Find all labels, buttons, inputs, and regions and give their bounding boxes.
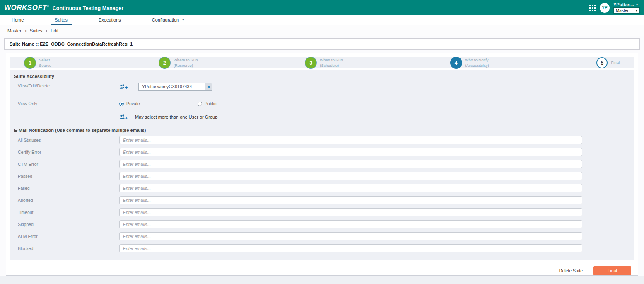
wizard-step[interactable]: 5 Final: [596, 57, 620, 68]
step-label: Who to Notify (Accessibility): [465, 58, 489, 68]
email-field-row: Failed: [14, 184, 630, 192]
email-field-label: Failed: [14, 186, 119, 191]
selected-user-chip: YPuttaswamyGX0107434 x: [138, 83, 212, 91]
email-field-row: Skipped: [14, 220, 630, 228]
wizard-step[interactable]: 2 Where to Run (Resource): [159, 57, 198, 68]
wizard-step[interactable]: 3 When to Run (Schedule): [305, 57, 343, 68]
user-name: YPuttas...: [613, 2, 634, 7]
step-connector: [203, 63, 301, 63]
email-input[interactable]: [119, 208, 582, 216]
chevron-down-icon: ▼: [181, 18, 185, 22]
step-number[interactable]: 4: [451, 57, 462, 68]
user-menu[interactable]: YPuttas... ▾: [613, 2, 640, 7]
email-field-row: Certify Error: [14, 148, 630, 156]
suite-accessibility-heading: Suite Accessibility: [14, 74, 630, 79]
view-only-label: View Only: [14, 101, 119, 106]
email-field-label: Passed: [14, 174, 119, 179]
view-edit-delete-label: View/Edit/Delete: [14, 82, 119, 88]
page: WORKSOFT® Continuous Testing Manager YP …: [0, 0, 644, 284]
selected-user-name: YPuttaswamyGX0107434: [139, 83, 205, 90]
wizard-step[interactable]: 1 Select Source: [24, 57, 51, 68]
email-field-label: Blocked: [14, 246, 119, 251]
step-number[interactable]: 3: [305, 57, 316, 68]
email-input[interactable]: [119, 148, 582, 156]
add-users-icon[interactable]: +: [119, 84, 128, 90]
panel-footer: Delete Suite Final: [10, 260, 634, 275]
main-nav: Home Suites Executions Configuration ▼: [0, 15, 644, 25]
email-field-label: Timeout: [14, 210, 119, 215]
email-input[interactable]: [119, 232, 582, 240]
email-input[interactable]: [119, 220, 582, 228]
email-field-label: CTM Error: [14, 162, 119, 167]
step-label: Select Source: [39, 58, 51, 68]
worksoft-logo: WORKSOFT®: [4, 4, 49, 12]
wizard-panel: 1 Select Source 2 Where to Run (Resource…: [6, 53, 638, 276]
app-grid-icon[interactable]: [589, 5, 596, 11]
brand: WORKSOFT® Continuous Testing Manager: [4, 4, 123, 12]
email-field-row: All Statuses: [14, 136, 630, 144]
email-field-label: Aborted: [14, 198, 119, 203]
step-number[interactable]: 2: [159, 57, 170, 68]
email-input[interactable]: [119, 160, 582, 168]
suite-name: Suite Name :: E2E_ODBC_ConnectionDataRef…: [10, 41, 133, 46]
step-connector: [494, 63, 592, 63]
email-field-label: Skipped: [14, 222, 119, 227]
step-connector: [348, 63, 446, 63]
final-button[interactable]: Final: [593, 266, 631, 275]
tenant-select[interactable]: Master ▼: [613, 7, 640, 14]
email-field-row: CTM Error: [14, 160, 630, 168]
email-field-row: Aborted: [14, 196, 630, 204]
multi-select-hint: May select more than one User or Group: [135, 114, 217, 119]
breadcrumb-item[interactable]: Master: [7, 28, 22, 33]
chevron-down-icon: ▾: [636, 3, 638, 6]
chevron-down-icon: ▼: [635, 9, 638, 12]
radio-public[interactable]: Public: [198, 101, 217, 106]
radio-private-circle[interactable]: [119, 102, 124, 106]
step-connector: [56, 63, 154, 63]
wizard-stepper: 1 Select Source 2 Where to Run (Resource…: [10, 57, 634, 68]
registered-mark: ®: [47, 5, 49, 7]
radio-private[interactable]: Private: [119, 101, 140, 106]
email-input[interactable]: [119, 184, 582, 192]
email-input[interactable]: [119, 244, 582, 252]
breadcrumb-item[interactable]: Suites: [22, 28, 43, 34]
email-notification-heading: E-Mail Notification (Use commas to separ…: [14, 128, 630, 133]
nav-tab[interactable]: Suites: [51, 15, 72, 25]
suite-name-card: Suite Name :: E2E_ODBC_ConnectionDataRef…: [4, 38, 640, 50]
email-field-label: All Statuses: [14, 138, 119, 143]
step-number[interactable]: 5: [596, 57, 608, 68]
email-field-label: ALM Error: [14, 234, 119, 239]
email-input[interactable]: [119, 172, 582, 180]
tenant-value: Master: [616, 8, 629, 13]
nav-tab[interactable]: Home: [7, 15, 28, 25]
breadcrumb-item[interactable]: Edit: [42, 28, 58, 34]
notify-form: Suite Accessibility View/Edit/Delete +: [10, 70, 634, 260]
step-label: When to Run (Schedule): [320, 58, 343, 68]
add-users-icon[interactable]: +: [119, 114, 128, 120]
app-header: WORKSOFT® Continuous Testing Manager YP …: [0, 0, 644, 15]
app-title: Continuous Testing Manager: [53, 5, 123, 11]
email-field-row: Blocked: [14, 244, 630, 252]
breadcrumb: Master Suites Edit: [0, 25, 644, 36]
email-field-label: Certify Error: [14, 150, 119, 155]
delete-suite-button[interactable]: Delete Suite: [553, 267, 589, 275]
email-input[interactable]: [119, 136, 582, 144]
remove-user-button[interactable]: x: [205, 83, 212, 90]
email-field-row: Timeout: [14, 208, 630, 216]
email-field-row: Passed: [14, 172, 630, 180]
svg-text:+: +: [125, 85, 128, 90]
email-field-row: ALM Error: [14, 232, 630, 240]
email-input[interactable]: [119, 196, 582, 204]
step-number[interactable]: 1: [24, 57, 36, 68]
svg-text:+: +: [125, 116, 128, 120]
nav-tab[interactable]: Configuration ▼: [148, 15, 189, 25]
nav-tab[interactable]: Executions: [94, 15, 125, 25]
step-label: Where to Run (Resource): [174, 58, 198, 68]
radio-public-circle[interactable]: [198, 102, 202, 106]
step-label: Final: [611, 60, 620, 65]
avatar[interactable]: YP: [600, 3, 610, 13]
wizard-step[interactable]: 4 Who to Notify (Accessibility): [451, 57, 489, 68]
